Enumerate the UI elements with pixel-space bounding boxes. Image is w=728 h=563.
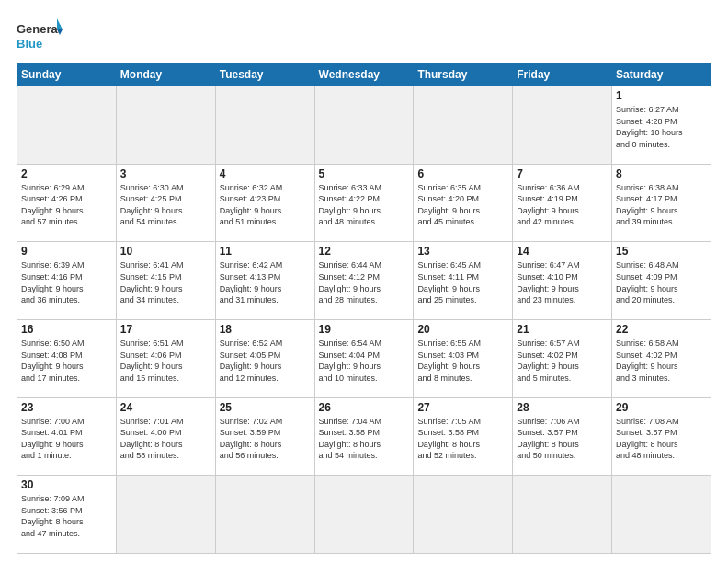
calendar-day-cell: 25Sunrise: 7:02 AMSunset: 3:59 PMDayligh… <box>215 397 314 476</box>
day-info: Sunrise: 6:57 AMSunset: 4:02 PMDaylight:… <box>517 338 608 384</box>
day-number: 22 <box>616 323 707 336</box>
calendar-day-cell: 28Sunrise: 7:06 AMSunset: 3:57 PMDayligh… <box>513 397 612 476</box>
day-info: Sunrise: 6:44 AMSunset: 4:12 PMDaylight:… <box>319 259 410 305</box>
day-info: Sunrise: 6:52 AMSunset: 4:05 PMDaylight:… <box>220 338 311 384</box>
day-info: Sunrise: 6:51 AMSunset: 4:06 PMDaylight:… <box>120 338 211 384</box>
calendar-day-cell <box>116 476 215 554</box>
calendar-day-cell: 9Sunrise: 6:39 AMSunset: 4:16 PMDaylight… <box>17 242 117 320</box>
day-number: 20 <box>417 323 508 336</box>
header: General Blue <box>17 17 711 55</box>
calendar-week-row: 9Sunrise: 6:39 AMSunset: 4:16 PMDaylight… <box>17 242 711 320</box>
day-number: 15 <box>616 245 707 258</box>
day-number: 26 <box>319 401 410 414</box>
day-number: 29 <box>616 401 707 414</box>
calendar-day-cell: 27Sunrise: 7:05 AMSunset: 3:58 PMDayligh… <box>414 397 513 476</box>
day-info: Sunrise: 6:45 AMSunset: 4:11 PMDaylight:… <box>417 259 508 305</box>
day-info: Sunrise: 7:04 AMSunset: 3:58 PMDaylight:… <box>319 416 410 462</box>
calendar-week-row: 23Sunrise: 7:00 AMSunset: 4:01 PMDayligh… <box>17 397 711 476</box>
calendar-day-cell: 21Sunrise: 6:57 AMSunset: 4:02 PMDayligh… <box>513 319 612 397</box>
calendar-day-cell: 24Sunrise: 7:01 AMSunset: 4:00 PMDayligh… <box>116 397 215 476</box>
day-number: 1 <box>616 89 707 102</box>
day-number: 6 <box>417 167 508 180</box>
day-number: 4 <box>220 167 311 180</box>
day-info: Sunrise: 6:50 AMSunset: 4:08 PMDaylight:… <box>21 338 112 384</box>
day-number: 10 <box>120 245 211 258</box>
calendar-day-cell <box>513 86 612 165</box>
day-info: Sunrise: 6:41 AMSunset: 4:15 PMDaylight:… <box>120 259 211 305</box>
header-monday: Monday <box>116 63 215 86</box>
day-number: 28 <box>517 401 608 414</box>
day-number: 8 <box>616 167 707 180</box>
page: General Blue Sunday Monday Tuesday Wedne… <box>0 0 728 563</box>
svg-marker-2 <box>57 18 63 29</box>
calendar-day-cell <box>513 476 612 554</box>
day-info: Sunrise: 6:27 AMSunset: 4:28 PMDaylight:… <box>616 104 707 150</box>
calendar-day-cell: 15Sunrise: 6:48 AMSunset: 4:09 PMDayligh… <box>612 242 711 320</box>
day-number: 23 <box>21 401 112 414</box>
day-number: 30 <box>21 478 112 491</box>
calendar-day-cell <box>414 86 513 165</box>
day-number: 21 <box>517 323 608 336</box>
calendar-day-cell: 14Sunrise: 6:47 AMSunset: 4:10 PMDayligh… <box>513 242 612 320</box>
day-number: 9 <box>21 245 112 258</box>
calendar-day-cell: 17Sunrise: 6:51 AMSunset: 4:06 PMDayligh… <box>116 319 215 397</box>
svg-text:Blue: Blue <box>17 37 42 51</box>
calendar-week-row: 1Sunrise: 6:27 AMSunset: 4:28 PMDaylight… <box>17 86 711 165</box>
day-number: 17 <box>120 323 211 336</box>
calendar-day-cell <box>314 86 414 165</box>
header-saturday: Saturday <box>612 63 711 86</box>
day-info: Sunrise: 6:29 AMSunset: 4:26 PMDaylight:… <box>21 182 112 228</box>
day-number: 13 <box>417 245 508 258</box>
day-info: Sunrise: 7:05 AMSunset: 3:58 PMDaylight:… <box>417 416 508 462</box>
calendar-day-cell: 4Sunrise: 6:32 AMSunset: 4:23 PMDaylight… <box>215 164 314 242</box>
day-number: 12 <box>319 245 410 258</box>
calendar-day-cell: 8Sunrise: 6:38 AMSunset: 4:17 PMDaylight… <box>612 164 711 242</box>
calendar-week-row: 2Sunrise: 6:29 AMSunset: 4:26 PMDaylight… <box>17 164 711 242</box>
day-info: Sunrise: 6:58 AMSunset: 4:02 PMDaylight:… <box>616 338 707 384</box>
calendar-day-cell <box>116 86 215 165</box>
header-friday: Friday <box>513 63 612 86</box>
logo: General Blue <box>17 17 63 55</box>
calendar-day-cell <box>215 86 314 165</box>
header-sunday: Sunday <box>17 63 117 86</box>
day-number: 5 <box>319 167 410 180</box>
day-number: 27 <box>417 401 508 414</box>
day-info: Sunrise: 6:54 AMSunset: 4:04 PMDaylight:… <box>319 338 410 384</box>
calendar-day-cell: 23Sunrise: 7:00 AMSunset: 4:01 PMDayligh… <box>17 397 117 476</box>
day-number: 7 <box>517 167 608 180</box>
day-info: Sunrise: 6:47 AMSunset: 4:10 PMDaylight:… <box>517 259 608 305</box>
day-info: Sunrise: 6:48 AMSunset: 4:09 PMDaylight:… <box>616 259 707 305</box>
calendar-day-cell: 3Sunrise: 6:30 AMSunset: 4:25 PMDaylight… <box>116 164 215 242</box>
day-number: 3 <box>120 167 211 180</box>
day-info: Sunrise: 7:08 AMSunset: 3:57 PMDaylight:… <box>616 416 707 462</box>
header-wednesday: Wednesday <box>314 63 414 86</box>
day-number: 2 <box>21 167 112 180</box>
calendar-day-cell: 5Sunrise: 6:33 AMSunset: 4:22 PMDaylight… <box>314 164 414 242</box>
calendar-day-cell: 13Sunrise: 6:45 AMSunset: 4:11 PMDayligh… <box>414 242 513 320</box>
calendar-day-cell: 22Sunrise: 6:58 AMSunset: 4:02 PMDayligh… <box>612 319 711 397</box>
day-info: Sunrise: 7:06 AMSunset: 3:57 PMDaylight:… <box>517 416 608 462</box>
calendar-day-cell: 29Sunrise: 7:08 AMSunset: 3:57 PMDayligh… <box>612 397 711 476</box>
day-number: 11 <box>220 245 311 258</box>
day-number: 25 <box>220 401 311 414</box>
day-number: 14 <box>517 245 608 258</box>
day-info: Sunrise: 7:00 AMSunset: 4:01 PMDaylight:… <box>21 416 112 462</box>
calendar-day-cell <box>17 86 117 165</box>
calendar-day-cell: 10Sunrise: 6:41 AMSunset: 4:15 PMDayligh… <box>116 242 215 320</box>
day-info: Sunrise: 6:36 AMSunset: 4:19 PMDaylight:… <box>517 182 608 228</box>
calendar-day-cell: 7Sunrise: 6:36 AMSunset: 4:19 PMDaylight… <box>513 164 612 242</box>
calendar-header-row: Sunday Monday Tuesday Wednesday Thursday… <box>17 63 711 86</box>
day-info: Sunrise: 6:42 AMSunset: 4:13 PMDaylight:… <box>220 259 311 305</box>
day-info: Sunrise: 7:01 AMSunset: 4:00 PMDaylight:… <box>120 416 211 462</box>
svg-text:General: General <box>17 22 61 36</box>
logo-icon: General Blue <box>17 17 63 55</box>
day-number: 24 <box>120 401 211 414</box>
day-info: Sunrise: 7:09 AMSunset: 3:56 PMDaylight:… <box>21 493 112 539</box>
calendar-day-cell: 18Sunrise: 6:52 AMSunset: 4:05 PMDayligh… <box>215 319 314 397</box>
calendar-day-cell: 1Sunrise: 6:27 AMSunset: 4:28 PMDaylight… <box>612 86 711 165</box>
calendar-day-cell <box>215 476 314 554</box>
day-info: Sunrise: 6:38 AMSunset: 4:17 PMDaylight:… <box>616 182 707 228</box>
day-number: 19 <box>319 323 410 336</box>
calendar-week-row: 16Sunrise: 6:50 AMSunset: 4:08 PMDayligh… <box>17 319 711 397</box>
day-number: 16 <box>21 323 112 336</box>
